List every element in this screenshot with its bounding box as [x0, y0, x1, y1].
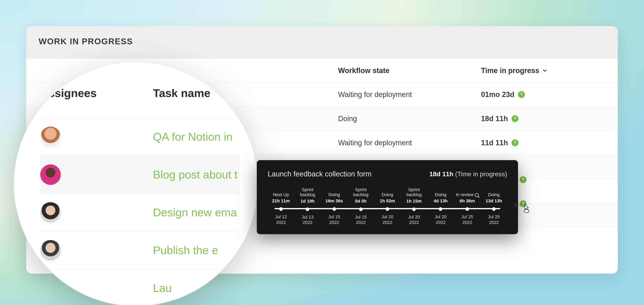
- time-cell: 18d 11h ?: [481, 114, 618, 123]
- step-dot: [306, 208, 309, 211]
- svg-rect-0: [524, 210, 529, 212]
- avatar[interactable]: [40, 126, 61, 147]
- step-label: Sprint backlog: [295, 187, 320, 197]
- step-dot: [466, 207, 469, 211]
- column-time-in-progress-label: Time in progress: [481, 66, 539, 75]
- timeline-step[interactable]: In review 6h 36m Jul 252022: [454, 187, 480, 225]
- help-icon[interactable]: ?: [512, 115, 518, 122]
- pointer-cursor-icon: [522, 203, 531, 214]
- timeline-step[interactable]: Sprint backlog 5d 0h Jul 152022: [348, 187, 374, 225]
- table-row[interactable]: QA for Notion in: [40, 118, 240, 156]
- task-name-link[interactable]: Blog post about t: [153, 168, 240, 181]
- table-row[interactable]: Design new ema: [40, 193, 240, 231]
- zoom-lens: Assignees Task name QA for Notion in Blo…: [14, 62, 258, 305]
- timeline-step[interactable]: Sprint backlog 1d 19h Jul 132022: [294, 187, 321, 225]
- step-duration: 4d 13h: [428, 198, 453, 204]
- popover-time-label: (Time in progress): [455, 170, 507, 178]
- step-label: Sprint backlog: [402, 187, 426, 197]
- step-label: Sprint backlog: [348, 187, 373, 197]
- avatar[interactable]: [40, 240, 61, 260]
- task-name-link[interactable]: Design new ema: [153, 206, 240, 219]
- step-duration: 1h 53m: [375, 198, 400, 204]
- timeline-step[interactable]: Doing 4d 13h Jul 202022: [427, 187, 454, 225]
- timeline-popover: Launch feedback collection form 18d 11h …: [257, 160, 518, 234]
- time-cell: 01mo 23d ?: [481, 90, 618, 99]
- step-label: In review: [455, 187, 480, 197]
- step-label: Doing: [482, 187, 506, 197]
- column-workflow-state[interactable]: Workflow state: [338, 66, 481, 75]
- step-dot: [386, 207, 389, 211]
- step-dot: [412, 208, 416, 211]
- step-dot: [359, 208, 363, 211]
- step-duration: 21h 11m: [268, 198, 294, 204]
- step-label: Doing: [322, 187, 346, 197]
- timeline-step[interactable]: Doing 16m 36s Jul 152022: [321, 187, 347, 225]
- workflow-state-cell: Waiting for deployment: [338, 138, 481, 147]
- card-title: WORK IN PROGRESS: [39, 36, 605, 46]
- table-row[interactable]: Lau: [40, 269, 240, 305]
- column-time-in-progress[interactable]: Time in progress: [481, 66, 618, 75]
- time-value: 01mo 23d: [481, 90, 514, 99]
- help-icon[interactable]: ?: [512, 140, 518, 146]
- step-dot: [279, 207, 283, 211]
- time-value: 18d 11h: [481, 114, 508, 123]
- workflow-state-cell: Waiting for deployment: [338, 90, 481, 99]
- step-duration: 13d 13h: [482, 198, 506, 204]
- popover-arrow-icon: ▶: [514, 201, 519, 208]
- step-duration: 1h 15m: [402, 198, 426, 204]
- table-row[interactable]: Blog post about t: [40, 156, 240, 193]
- popover-time: 18d 11h (Time in progress): [430, 170, 507, 178]
- chevron-down-icon: [542, 68, 548, 74]
- workflow-state-cell: Doing: [338, 114, 481, 123]
- table-row[interactable]: Publish the e: [40, 231, 240, 269]
- avatar[interactable]: [40, 202, 61, 223]
- step-dot: [332, 207, 336, 211]
- timeline-step[interactable]: Doing 13d 13h Jul 252022: [480, 187, 507, 225]
- task-name-link[interactable]: Publish the e: [153, 244, 240, 257]
- task-name-link[interactable]: Lau: [153, 282, 240, 294]
- popover-title: Launch feedback collection form: [268, 170, 372, 178]
- magnifier-icon: [475, 193, 479, 197]
- timeline-step[interactable]: Doing 1h 53m Jul 202022: [374, 187, 401, 225]
- step-dot: [439, 207, 442, 211]
- time-cell: 11d 11h ?: [481, 138, 618, 147]
- step-duration: 1d 19h: [295, 198, 320, 204]
- help-icon[interactable]: ?: [520, 176, 526, 183]
- task-name-link[interactable]: QA for Notion in: [153, 130, 240, 143]
- step-duration: 16m 36s: [322, 198, 346, 204]
- step-dot: [492, 207, 496, 211]
- timeline-step[interactable]: Sprint backlog 1h 15m Jul 202022: [401, 187, 427, 225]
- step-label: Doing: [428, 187, 453, 197]
- avatar[interactable]: [40, 164, 61, 185]
- step-label: Next Up: [268, 187, 294, 197]
- step-duration: 5d 0h: [348, 198, 373, 204]
- popover-time-bold: 18d 11h: [430, 170, 454, 178]
- step-duration: 6h 36m: [455, 198, 480, 204]
- step-label: Doing: [375, 187, 400, 197]
- card-header: WORK IN PROGRESS: [26, 26, 618, 59]
- timeline: Next Up 21h 11m Jul 122022 Sprint backlo…: [268, 187, 507, 225]
- help-icon[interactable]: ?: [518, 91, 525, 98]
- time-value: 11d 11h: [481, 138, 508, 147]
- timeline-step[interactable]: Next Up 21h 11m Jul 122022: [268, 187, 294, 225]
